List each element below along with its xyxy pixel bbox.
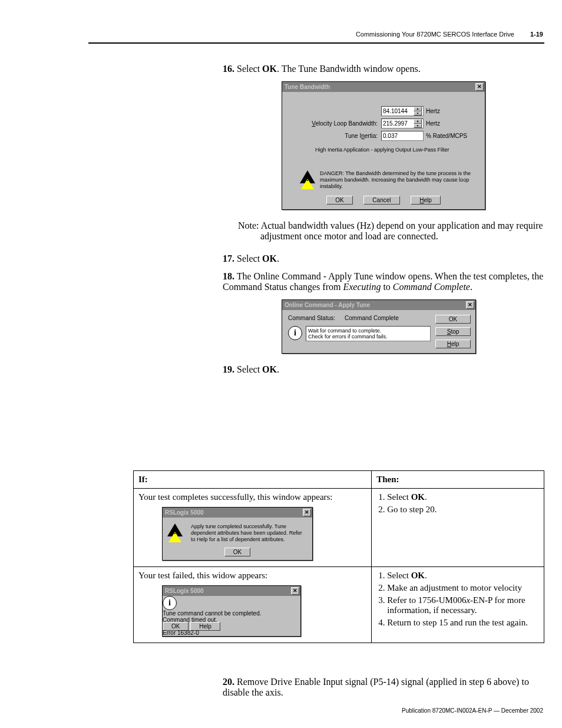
page-header: Commissioning Your 8720MC SERCOS Interfa… <box>356 31 543 38</box>
status-label: Command Status: <box>288 315 335 321</box>
step-16: 16. Select OK. The Tune Bandwidth window… <box>223 64 544 74</box>
dialog-titlebar: Online Command - Apply Tune ✕ <box>282 300 475 310</box>
dialog-titlebar: Tune Bandwidth ✕ <box>282 82 485 92</box>
filter-message: High Inertia Application - applying Outp… <box>315 147 474 153</box>
ok-button[interactable]: OK <box>326 196 352 205</box>
velocity-label: Velocity Loop Bandwidth: <box>293 120 381 127</box>
main-content: 16. Select OK. The Tune Bandwidth window… <box>223 64 544 382</box>
help-button[interactable]: Help <box>411 196 441 205</box>
inertia-label: Tune Inertia: <box>293 133 381 139</box>
tune-inertia-input[interactable] <box>381 131 424 141</box>
header-rule <box>88 42 544 44</box>
dialog-title: Online Command - Apply Tune <box>285 302 370 308</box>
ok-button[interactable]: OK <box>224 548 250 556</box>
tune-bandwidth-dialog: Tune Bandwidth ✕ ▲▼ Hertz Velocity Loop … <box>282 81 485 210</box>
table-row: Your test failed, this widow appears: RS… <box>134 567 544 643</box>
close-icon[interactable]: ✕ <box>475 83 484 91</box>
list-item: Select OK. <box>387 571 539 581</box>
step-19: 19. Select OK. <box>223 364 544 375</box>
warning-icon: ! <box>300 170 315 185</box>
step-20-wrap: 20. Remove Drive Enable Input signal (P5… <box>223 677 544 705</box>
rslogix-success-dialog: RSLogix 5000✕ ! Apply tune completed suc… <box>162 507 313 561</box>
list-item: Make an adjustment to motor velocity <box>387 583 539 593</box>
info-icon: i <box>163 596 177 610</box>
if-then-section: If: Then: Your test completes successful… <box>133 466 544 643</box>
list-item: Go to step 20. <box>387 505 539 515</box>
help-button[interactable]: Help <box>435 340 471 348</box>
header-title: Commissioning Your 8720MC SERCOS Interfa… <box>356 31 514 38</box>
list-item: Return to step 15 and run the test again… <box>387 618 539 628</box>
warning-icon: ! <box>167 523 183 538</box>
status-value: Command Complete <box>345 315 399 321</box>
position-bandwidth-input[interactable]: ▲▼ <box>381 106 424 116</box>
danger-text: DANGER: The Bandwidth determined by the … <box>320 170 480 190</box>
ok-button[interactable]: OK <box>435 315 471 324</box>
info-text: Wait for command to complete. Check for … <box>306 326 431 341</box>
close-icon[interactable]: ✕ <box>291 587 299 595</box>
if-then-table: If: Then: Your test completes successful… <box>133 470 544 643</box>
close-icon[interactable]: ✕ <box>303 509 311 516</box>
step-18: 18. The Online Command - Apply Tune wind… <box>223 271 544 292</box>
list-item: Refer to 1756-UM006x-EN-P for more infor… <box>387 595 539 615</box>
stop-button[interactable]: Stop <box>435 327 471 336</box>
close-icon[interactable]: ✕ <box>466 301 474 309</box>
col-if: If: <box>134 471 372 489</box>
footer: Publication 8720MC-IN002A-EN-P — Decembe… <box>402 707 543 714</box>
table-row: Your test completes successfully, this w… <box>134 489 544 567</box>
col-then: Then: <box>372 471 544 489</box>
step-20: 20. Remove Drive Enable Input signal (P5… <box>223 677 544 698</box>
info-icon: i <box>288 326 302 340</box>
dialog-title: Tune Bandwidth <box>285 84 330 90</box>
cancel-button[interactable]: Cancel <box>363 196 399 205</box>
page-number: 1-19 <box>530 31 543 38</box>
error-status: Error 16382-0 <box>163 630 300 636</box>
step-17: 17. Select OK. <box>223 253 544 264</box>
velocity-bandwidth-input[interactable]: ▲▼ <box>381 118 424 129</box>
rslogix-fail-dialog: RSLogix 5000✕ i Tune command cannot be c… <box>162 585 301 637</box>
list-item: Select OK. <box>387 492 539 502</box>
note-text: Note: Actual bandwidth values (Hz) depen… <box>238 220 544 242</box>
online-command-dialog: Online Command - Apply Tune ✕ Command St… <box>282 299 476 354</box>
